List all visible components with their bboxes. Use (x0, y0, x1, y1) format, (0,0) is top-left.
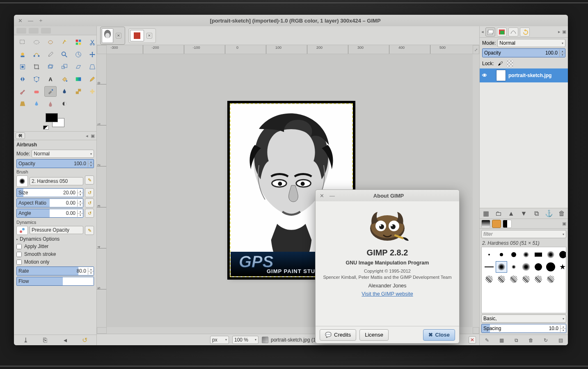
brush-filter-combo[interactable]: filter▾ (481, 230, 566, 238)
dynamics-options-expander[interactable]: ▸Dynamics Options (16, 236, 94, 242)
layer-opacity-slider[interactable]: Opacity 100.0 ▴▾ (482, 48, 565, 57)
doc-tab-portrait[interactable]: ✕ (100, 27, 125, 45)
delete-brush-icon[interactable]: 🗑 (527, 337, 535, 344)
fg-color-swatch[interactable] (46, 113, 58, 122)
dynamics-combo[interactable]: Pressure Opacity (30, 226, 83, 234)
color-swatch[interactable] (43, 113, 68, 130)
reset-preset-icon[interactable]: ↺ (81, 337, 89, 344)
spacing-slider[interactable]: Spacing 10.0 ▴▾ (481, 324, 566, 333)
default-colors-icon[interactable] (43, 125, 49, 130)
dock-menu-icon[interactable]: ◂ (86, 133, 88, 139)
gradients-tab[interactable] (503, 220, 512, 228)
aspect-reset-button[interactable]: ↺ (85, 198, 94, 207)
smooth-stroke-check[interactable]: Smooth stroke (16, 251, 94, 257)
close-button[interactable]: ✖Close (423, 329, 455, 341)
unit-combo[interactable]: px▾ (210, 336, 229, 344)
new-layer-icon[interactable]: ▦ (482, 210, 490, 217)
dock-scroll-left-icon[interactable]: ◂ (481, 29, 484, 34)
lock-pixels-icon[interactable]: 🖌 (496, 60, 504, 67)
qmask-toggle[interactable] (97, 327, 107, 334)
delete-preset-icon[interactable]: ◂ (61, 337, 69, 344)
window-titlebar[interactable]: ✕ — ＋ [portrait-sketch] (imported)-1.0 (… (14, 15, 568, 26)
dock-expand-icon[interactable]: ▣ (91, 133, 95, 139)
patterns-tab[interactable] (492, 220, 501, 228)
anchor-layer-icon[interactable]: ⚓ (545, 210, 553, 217)
tool-blend[interactable] (72, 74, 85, 84)
refresh-brush-icon[interactable]: ↻ (542, 337, 550, 344)
close-tab-icon[interactable]: ✕ (146, 33, 152, 39)
ruler-corner[interactable] (97, 45, 107, 54)
tool-fuzzy-select[interactable] (58, 37, 71, 48)
about-website-link[interactable]: Visit the GIMP website (361, 291, 413, 297)
motion-only-check[interactable]: Motion only (16, 259, 94, 265)
brush-name-combo[interactable]: 2. Hardness 050 (30, 177, 83, 185)
open-as-image-icon[interactable]: ▤ (556, 337, 565, 344)
raise-layer-icon[interactable]: ▲ (507, 210, 515, 217)
layer-group-icon[interactable]: 🗀 (494, 210, 503, 217)
credits-button[interactable]: 💬Credits (320, 329, 356, 341)
nav-corner[interactable] (473, 327, 479, 334)
tool-measure[interactable] (72, 49, 85, 60)
tool-ellipse-select[interactable] (30, 37, 43, 48)
brush-preview-chip[interactable] (16, 175, 28, 187)
tool-blur[interactable] (30, 98, 43, 109)
cancel-button[interactable]: ✕ (469, 336, 476, 344)
close-tab-icon[interactable]: ✕ (116, 33, 121, 39)
brushes-tab[interactable] (481, 220, 490, 228)
tool-smudge[interactable] (44, 98, 57, 109)
tool-rect-select[interactable] (16, 37, 29, 48)
vertical-scrollbar[interactable] (473, 54, 479, 327)
window-minimize-icon[interactable]: — (330, 194, 334, 198)
tool-zoom[interactable] (58, 49, 71, 60)
lower-layer-icon[interactable]: ▼ (519, 210, 528, 217)
vertical-ruler[interactable]: 012345 (97, 54, 107, 327)
tool-rotate[interactable] (44, 61, 57, 72)
tool-crop[interactable] (30, 61, 43, 72)
tool-options-tab[interactable]: 🛠 (16, 132, 25, 139)
about-titlebar[interactable]: ✕ — About GIMP (316, 190, 459, 201)
dock-scroll-right-icon[interactable]: ▸ (558, 29, 561, 34)
tool-shear[interactable] (72, 61, 85, 72)
tool-dodge-burn[interactable] (58, 98, 71, 109)
dock-menu-icon[interactable]: ▣ (562, 29, 566, 34)
quickmask-corner[interactable]: ⤢ (473, 45, 479, 54)
layers-tab[interactable] (485, 27, 495, 36)
brush-grid[interactable]: ★ (481, 247, 566, 313)
tool-paths[interactable] (30, 49, 43, 60)
dock-menu-icon[interactable]: ▣ (562, 221, 566, 226)
delete-layer-icon[interactable]: 🗑 (558, 210, 566, 217)
rate-slider[interactable]: Rate 80.0 ▴▾ (16, 266, 94, 276)
license-button[interactable]: License (359, 329, 389, 341)
layer-row[interactable]: 👁 portrait-sketch.jpg (480, 68, 568, 82)
channels-tab[interactable] (497, 27, 507, 36)
dynamics-edit-button[interactable]: ✎ (85, 226, 94, 235)
window-minimize-icon[interactable]: — (28, 18, 33, 23)
tool-align[interactable] (16, 61, 29, 72)
dynamics-chip[interactable] (16, 226, 28, 235)
size-slider[interactable]: Size 20.00 ▴▾ (16, 188, 83, 197)
brush-edit-button[interactable]: ✎ (85, 175, 94, 184)
layer-name[interactable]: portrait-sketch.jpg (508, 73, 551, 78)
dup-brush-icon[interactable]: ⧉ (512, 337, 521, 344)
horizontal-ruler[interactable]: -300-200-1000100200300400500 (107, 45, 473, 54)
tool-by-color-select[interactable] (72, 37, 85, 48)
tool-text[interactable]: A (44, 74, 57, 84)
tool-foreground-select[interactable] (16, 49, 29, 60)
lock-alpha-icon[interactable] (506, 60, 514, 67)
tool-airbrush[interactable] (44, 86, 57, 97)
window-maximize-icon[interactable]: ＋ (39, 18, 43, 23)
tool-bucket-fill[interactable] (58, 74, 71, 84)
tool-scale[interactable] (58, 61, 71, 72)
tool-free-select[interactable] (44, 37, 57, 48)
doc-tab-untitled[interactable]: ✕ (128, 28, 156, 43)
tool-clone[interactable] (72, 86, 85, 97)
dup-layer-icon[interactable]: ⧉ (532, 210, 540, 217)
tool-flip[interactable] (16, 74, 29, 84)
brush-preset-combo[interactable]: Basic,▾ (481, 314, 566, 323)
aspect-slider[interactable]: Aspect Ratio 0.00 ▴▾ (16, 198, 83, 207)
zoom-combo[interactable]: 100 %▾ (232, 336, 259, 344)
tool-paintbrush[interactable] (16, 86, 29, 97)
save-preset-icon[interactable]: ⤓ (21, 337, 30, 344)
flow-slider[interactable]: Flow (16, 277, 94, 286)
undo-tab[interactable] (520, 27, 530, 36)
